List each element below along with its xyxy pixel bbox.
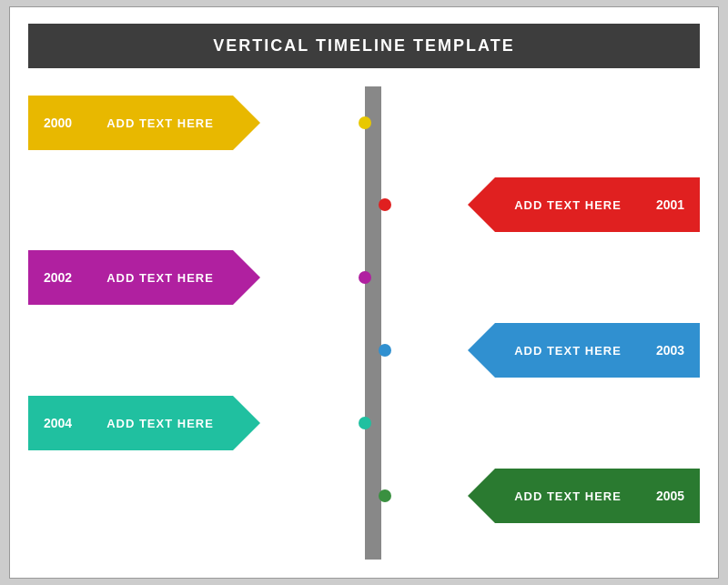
page: VERTICAL TIMELINE TEMPLATE 2000 ADD TEXT…	[9, 6, 719, 579]
year-box-2003: 2003	[641, 323, 700, 378]
right-item-2005: ADD TEXT HERE 2005	[468, 469, 700, 523]
dot-2005	[379, 489, 391, 502]
title-bar: VERTICAL TIMELINE TEMPLATE	[28, 24, 700, 68]
table-row: 2004 ADD TEXT HERE	[28, 387, 700, 459]
arrow-right-2002	[233, 250, 260, 305]
year-box-2001: 2001	[641, 177, 700, 232]
arrow-left-2005	[468, 469, 495, 523]
year-box-2004: 2004	[28, 396, 87, 450]
left-item-2002: 2002 ADD TEXT HERE	[28, 250, 260, 305]
right-item-2003: ADD TEXT HERE 2003	[468, 323, 700, 378]
text-box-2003: ADD TEXT HERE	[495, 323, 641, 378]
center-line	[365, 86, 381, 560]
table-row: 2000 ADD TEXT HERE	[28, 86, 700, 159]
table-row: ADD TEXT HERE 2005	[28, 459, 700, 532]
arrow-right-2004	[233, 396, 260, 450]
text-box-2001: ADD TEXT HERE	[495, 177, 641, 232]
text-box-2000: ADD TEXT HERE	[87, 96, 233, 150]
timeline-container: 2000 ADD TEXT HERE ADD TEXT HERE 2001	[28, 86, 700, 560]
dot-2002	[359, 271, 371, 284]
text-box-2005: ADD TEXT HERE	[495, 469, 641, 523]
table-row: 2002 ADD TEXT HERE	[28, 241, 700, 314]
text-box-2004: ADD TEXT HERE	[87, 396, 233, 450]
dot-2003	[379, 344, 391, 357]
right-item-2001: ADD TEXT HERE 2001	[468, 177, 700, 232]
dot-2001	[379, 198, 391, 211]
dot-2004	[359, 417, 371, 429]
arrow-left-2003	[468, 323, 495, 378]
dot-2000	[359, 116, 371, 129]
arrow-left-2001	[468, 177, 495, 232]
year-box-2000: 2000	[28, 96, 87, 150]
year-box-2005: 2005	[641, 469, 700, 523]
page-title: VERTICAL TIMELINE TEMPLATE	[213, 36, 514, 55]
table-row: ADD TEXT HERE 2003	[28, 314, 700, 387]
left-item-2000: 2000 ADD TEXT HERE	[28, 96, 260, 150]
left-item-2004: 2004 ADD TEXT HERE	[28, 396, 260, 450]
arrow-right-2000	[233, 96, 260, 150]
text-box-2002: ADD TEXT HERE	[87, 250, 233, 305]
year-box-2002: 2002	[28, 250, 87, 305]
table-row: ADD TEXT HERE 2001	[28, 168, 700, 241]
